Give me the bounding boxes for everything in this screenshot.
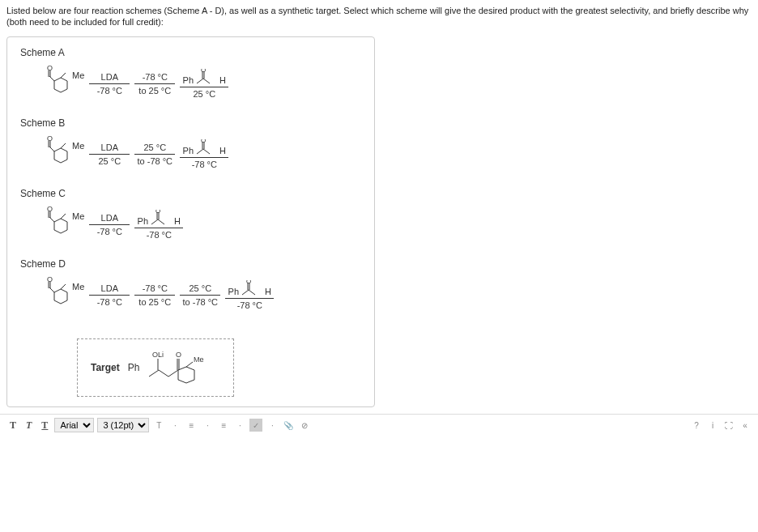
- svg-line-5: [61, 73, 66, 78]
- reaction-step: LDA -78 °C: [89, 283, 130, 307]
- step-condition: -78 °C: [192, 158, 217, 169]
- reaction-step: LDA -78 °C: [89, 213, 130, 236]
- svg-text:O: O: [246, 280, 251, 285]
- reaction-step: Ph O H 25 °C: [180, 69, 228, 99]
- svg-marker-0: [54, 78, 67, 92]
- h-label: H: [219, 75, 226, 85]
- h-label: H: [219, 146, 226, 155]
- reaction-step: LDA -78 °C: [89, 72, 130, 96]
- step-reagent: -78 °C: [143, 283, 168, 295]
- step-reagent: LDA: [101, 283, 118, 295]
- reaction-step: Ph O H -78 °C: [134, 210, 183, 240]
- svg-line-40: [249, 290, 255, 295]
- ph-label: Ph: [183, 75, 194, 85]
- step-reagent: 25 °C: [189, 283, 211, 295]
- reaction-step: Ph O H -78 °C: [180, 139, 228, 169]
- scheme-c: Scheme C O Me LDA -78 °C Ph: [20, 188, 361, 244]
- svg-text:O: O: [47, 65, 53, 72]
- step-condition: -78 °C: [97, 225, 122, 236]
- step-condition: to 25 °C: [138, 84, 171, 96]
- step-reagent: LDA: [101, 213, 118, 224]
- text-color-icon[interactable]: T: [152, 419, 165, 432]
- scheme-c-title: Scheme C: [20, 188, 361, 199]
- target-molecule-icon: OLi O Me: [147, 347, 220, 388]
- svg-line-17: [197, 149, 203, 154]
- ph-label: Ph: [138, 216, 148, 226]
- help-icon[interactable]: ?: [690, 419, 703, 432]
- svg-text:O: O: [201, 69, 206, 74]
- italic-button[interactable]: T: [23, 418, 35, 433]
- svg-marker-22: [54, 219, 67, 233]
- target-label: Target: [91, 362, 120, 373]
- bullet-list-icon[interactable]: ≡: [185, 419, 198, 432]
- reaction-step: LDA 25 °C: [89, 143, 130, 166]
- ph-label: Ph: [228, 287, 239, 296]
- h-label: H: [265, 287, 271, 296]
- reaction-step: 25 °C to -78 °C: [180, 283, 220, 307]
- svg-text:O: O: [47, 135, 53, 143]
- me-label: Me: [72, 211, 84, 221]
- step-condition: -78 °C: [97, 296, 122, 307]
- svg-marker-50: [178, 367, 194, 383]
- aldehyde-icon: O: [150, 210, 172, 226]
- spellcheck-icon[interactable]: ✓: [249, 419, 262, 432]
- info-icon[interactable]: i: [706, 419, 719, 432]
- ketone-start-icon: O: [40, 65, 75, 103]
- svg-line-28: [151, 219, 158, 224]
- reaction-step: -78 °C to 25 °C: [134, 283, 175, 307]
- step-reagent: -78 °C: [143, 72, 168, 83]
- aldehyde-icon: O: [241, 280, 263, 296]
- scheme-d-title: Scheme D: [20, 258, 361, 270]
- fullscreen-icon[interactable]: ⛶: [722, 419, 735, 432]
- reaction-step: Ph O H -78 °C: [225, 280, 274, 310]
- svg-text:O: O: [155, 210, 160, 215]
- font-size-select[interactable]: 3 (12pt): [97, 418, 149, 432]
- svg-line-16: [61, 143, 66, 148]
- attachment-icon[interactable]: 📎: [282, 419, 295, 432]
- reaction-step: -78 °C to 25 °C: [134, 72, 175, 96]
- editor-toolbar: T T T Arial 3 (12pt) T · ≡ · ≡ · ✓ · 📎 ⊘…: [0, 414, 758, 436]
- scheme-b: Scheme B O Me LDA 25 °C 25 °C: [20, 117, 361, 173]
- me-label: Me: [72, 141, 84, 151]
- step-reagent: 25 °C: [143, 143, 166, 154]
- step-condition: 25 °C: [98, 155, 121, 166]
- scheme-d: Scheme D O Me LDA -78 °C -78 °C: [20, 258, 361, 314]
- ph-label: Ph: [128, 362, 140, 373]
- expand-icon[interactable]: «: [739, 419, 752, 432]
- step-reagent: LDA: [101, 72, 118, 83]
- divider-icon: ·: [266, 419, 279, 432]
- step-condition: to 25 °C: [138, 296, 171, 307]
- reaction-step: 25 °C to -78 °C: [134, 143, 175, 166]
- svg-line-29: [158, 219, 164, 224]
- ph-label: Ph: [183, 146, 194, 155]
- aldehyde-icon: O: [195, 139, 218, 155]
- step-condition: -78 °C: [147, 228, 172, 240]
- svg-line-38: [61, 284, 66, 289]
- font-family-select[interactable]: Arial: [54, 418, 94, 432]
- svg-line-51: [186, 362, 193, 367]
- svg-line-44: [149, 370, 159, 377]
- ketone-start-icon: O: [40, 206, 75, 244]
- aldehyde-icon: O: [195, 69, 218, 85]
- oli-label: OLi: [152, 351, 164, 359]
- clear-icon[interactable]: ⊘: [298, 419, 311, 432]
- svg-text:O: O: [47, 206, 53, 213]
- schemes-panel: Scheme A O Me LDA -78 °C -78 °C: [6, 36, 375, 407]
- ketone-start-icon: O: [40, 276, 75, 314]
- svg-line-27: [61, 214, 66, 219]
- step-condition: -78 °C: [237, 299, 262, 310]
- divider-icon: ·: [233, 419, 246, 432]
- question-prompt: Listed below are four reaction schemes (…: [0, 0, 758, 33]
- me-label: Me: [72, 70, 84, 80]
- o-label: O: [176, 351, 181, 359]
- scheme-a-title: Scheme A: [20, 47, 361, 58]
- svg-line-7: [203, 79, 210, 83]
- bold-button[interactable]: T: [6, 418, 19, 433]
- numbered-list-icon[interactable]: ≡: [217, 419, 230, 432]
- svg-marker-11: [54, 148, 67, 163]
- scheme-a: Scheme A O Me LDA -78 °C -78 °C: [20, 47, 361, 103]
- underline-button[interactable]: T: [38, 418, 51, 433]
- svg-line-6: [197, 79, 203, 83]
- me-label: Me: [194, 355, 204, 364]
- step-reagent: LDA: [101, 143, 118, 154]
